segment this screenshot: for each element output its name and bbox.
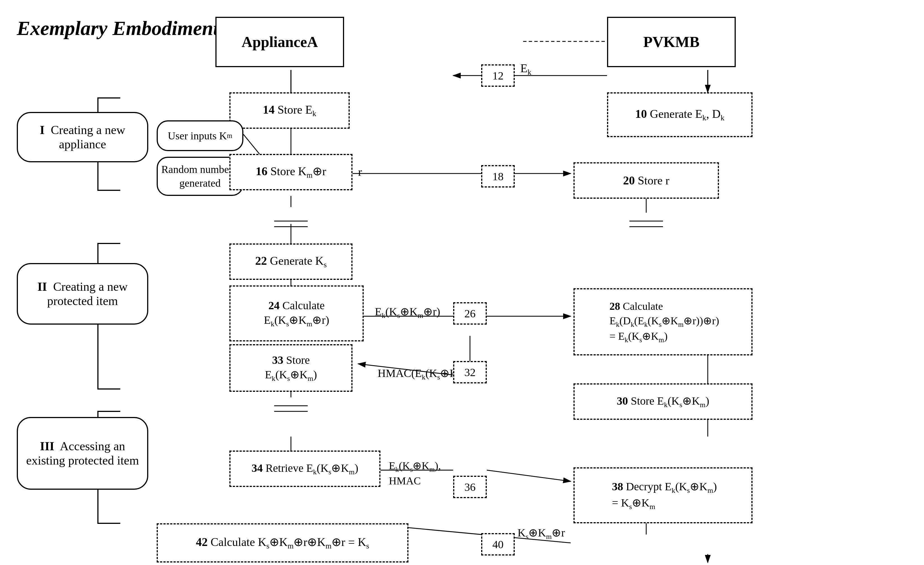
ks-km-r-label: Ks⊕Km⊕r <box>518 526 565 541</box>
box-24: 24 CalculateEk(Ks⊕Km⊕r) <box>230 286 364 341</box>
section-I-label: I Creating a new appliance <box>17 112 148 162</box>
section-II-label: II Creating a new protected item <box>17 263 148 325</box>
send-label: Ek(Ks⊕Km),HMAC <box>389 459 441 488</box>
box-32: 32 <box>453 361 487 383</box>
box-18: 18 <box>481 165 515 188</box>
ek-label: Ek <box>520 62 531 77</box>
box-40: 40 <box>481 533 515 556</box>
box-20: 20 Store r <box>573 162 719 199</box>
page-title: Exemplary Embodiment <box>17 17 219 40</box>
box-user-km: User inputs Km <box>157 120 243 151</box>
svg-line-28 <box>487 470 571 481</box>
box-14: 14 Store Ek <box>230 92 350 129</box>
section-III-label: III Accessing an existing protected item <box>17 417 148 490</box>
box-28: 28 Calculate Ek(Dk(Ek(Ks⊕Km⊕r))⊕r) = Ek(… <box>573 288 753 355</box>
box-42: 42 Calculate Ks⊕Km⊕r⊕Km⊕r = Ks <box>157 523 408 562</box>
arrow-down-pvkm: ↓ <box>699 562 708 565</box>
arrow-down-appliance: ↓ <box>277 562 285 565</box>
r-label: r <box>358 165 362 179</box>
pvkm-header-box: PVKM B <box>607 17 736 67</box>
box-26: 26 <box>453 302 487 325</box>
box-30: 30 Store Ek(Ks⊕Km) <box>573 383 753 420</box>
appliance-header-box: Appliance A <box>215 17 344 67</box>
box-22: 22 Generate Ks <box>230 243 352 280</box>
box-12: 12 <box>481 65 515 87</box>
box-36: 36 <box>453 476 487 498</box>
box-33: 33 StoreEk(Ks⊕Km) <box>230 344 352 392</box>
box-38: 38 Decrypt Ek(Ks⊕Km) = Ks⊕Km <box>573 467 753 523</box>
box-10: 10 Generate Ek, Dk <box>607 92 753 137</box>
ek-ks-label: Ek(Ks⊕Km⊕r) <box>375 305 440 320</box>
main-container: Exemplary Embodiment <box>0 0 924 565</box>
box-16: 16 Store Km⊕r <box>230 154 352 190</box>
box-34: 34 Retrieve Ek(Ks⊕Km) <box>230 451 381 487</box>
